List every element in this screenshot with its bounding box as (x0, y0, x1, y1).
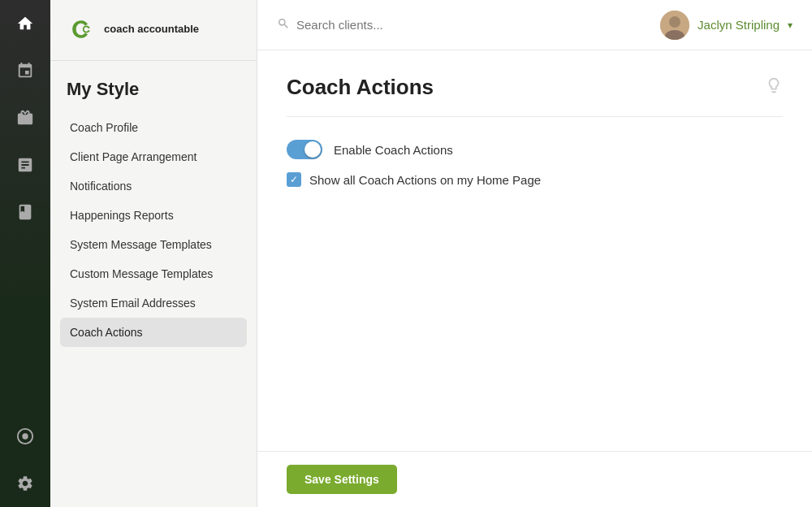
nav-section-title: My Style (50, 61, 257, 113)
nav-menu-item[interactable]: Client Page Arrangement (60, 142, 247, 171)
left-nav-panel: coach accountable My Style Coach Profile… (50, 0, 257, 507)
home-icon[interactable] (0, 0, 50, 47)
gear-icon[interactable] (0, 460, 50, 507)
briefcase-icon[interactable] (0, 94, 50, 141)
page-header: Coach Actions (287, 75, 783, 100)
chart-icon[interactable] (0, 141, 50, 188)
user-area[interactable]: Jaclyn Stripling ▾ (660, 11, 793, 40)
page-title: Coach Actions (287, 75, 434, 100)
nav-menu: Coach ProfileClient Page ArrangementNoti… (50, 113, 257, 347)
hint-icon[interactable] (765, 76, 783, 98)
avatar (660, 11, 689, 40)
page-body: Coach Actions Enable Coach Actions ✓ Sho… (257, 50, 812, 451)
bottom-bar: Save Settings (257, 451, 812, 507)
icon-sidebar (0, 0, 50, 507)
org-chart-icon[interactable] (0, 47, 50, 94)
divider (287, 116, 783, 117)
logo-area: coach accountable (50, 0, 257, 61)
book-icon[interactable] (0, 188, 50, 236)
nav-menu-item[interactable]: System Email Addresses (60, 288, 247, 318)
nav-menu-item[interactable]: System Message Templates (60, 230, 247, 259)
check-mark-icon: ✓ (290, 175, 298, 184)
logo-icon (67, 15, 96, 44)
logo-text: coach accountable (104, 23, 199, 36)
main-content: Jaclyn Stripling ▾ Coach Actions Enable … (257, 0, 812, 507)
search-input[interactable] (296, 18, 459, 32)
show-on-home-checkbox[interactable]: ✓ (287, 172, 301, 187)
enable-coach-actions-toggle[interactable] (287, 140, 322, 159)
nav-menu-item[interactable]: Custom Message Templates (60, 259, 247, 288)
enable-coach-actions-label: Enable Coach Actions (334, 143, 453, 157)
save-settings-button[interactable]: Save Settings (287, 465, 397, 494)
enable-coach-actions-row: Enable Coach Actions (287, 140, 783, 159)
user-name: Jaclyn Stripling (698, 18, 780, 32)
svg-point-4 (669, 16, 680, 28)
search-icon (277, 17, 290, 32)
chevron-down-icon: ▾ (788, 20, 793, 31)
nav-menu-item[interactable]: Coach Actions (60, 318, 247, 347)
show-on-home-label: Show all Coach Actions on my Home Page (309, 173, 541, 187)
nav-menu-item[interactable]: Happenings Reports (60, 201, 247, 230)
nav-menu-item[interactable]: Notifications (60, 171, 247, 201)
nav-menu-item[interactable]: Coach Profile (60, 113, 247, 142)
search-box (277, 17, 647, 32)
svg-point-1 (22, 433, 28, 439)
svg-rect-2 (67, 15, 96, 44)
top-bar: Jaclyn Stripling ▾ (257, 0, 812, 50)
circle-badge-icon[interactable] (0, 413, 50, 460)
show-on-home-row: ✓ Show all Coach Actions on my Home Page (287, 172, 783, 187)
